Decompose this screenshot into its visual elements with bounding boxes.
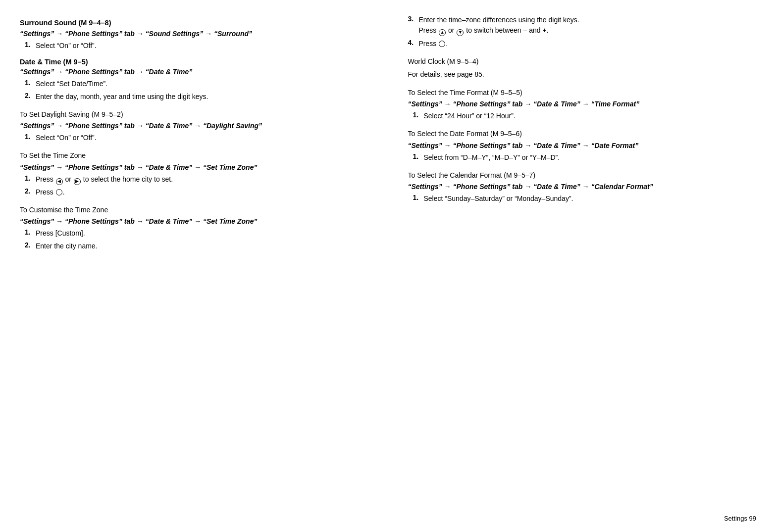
surround-step-1: 1. Select “On” or “Off”. [20, 41, 368, 51]
page-container: Surround Sound (M 9–4–8) “Settings” → “P… [20, 15, 756, 258]
calendar-format-section: To Select the Calendar Format (M 9–5–7) … [408, 170, 757, 204]
date-format-section: To Select the Date Format (M 9–5–6) “Set… [408, 128, 757, 162]
step-number: 1. [25, 228, 36, 239]
customise-time-zone-path: “Settings” → “Phone Settings” tab → “Dat… [20, 217, 368, 225]
date-time-section: Date & Time (M 9–5) “Settings” → “Phone … [20, 58, 368, 102]
customise-time-zone-section: To Customise the Time Zone “Settings” → … [20, 204, 368, 251]
time-format-intro: To Select the Time Format (M 9–5–5) [408, 87, 757, 98]
date-format-path: “Settings” → “Phone Settings” tab → “Dat… [408, 142, 757, 149]
step-text: Select “24 Hour” or “12 Hour”. [424, 111, 516, 121]
world-clock-section: World Clock (M 9–5–4) For details, see p… [408, 56, 757, 80]
step-number: 1. [25, 174, 36, 185]
step-text: Select “On” or “Off”. [36, 133, 97, 143]
right-step-3: 3. Enter the time–zone differences using… [408, 15, 757, 36]
step-text: Select “Sunday–Saturday” or “Monday–Sund… [424, 193, 573, 204]
nav-left-icon: ◀ [56, 178, 63, 185]
daylight-saving-path: “Settings” → “Phone Settings” tab → “Dat… [20, 122, 368, 130]
customise-step-2: 2. Enter the city name. [20, 241, 368, 251]
step-number: 1. [25, 41, 36, 51]
ok-icon [439, 41, 445, 47]
step-text: Press [Custom]. [36, 228, 85, 239]
step-text: Press ◀ or ▶ to select the home city to … [36, 174, 173, 185]
step-text: Enter the time–zone differences using th… [419, 15, 579, 36]
step-number: 1. [413, 111, 424, 121]
date-time-title: Date & Time (M 9–5) [20, 58, 368, 66]
time-format-section: To Select the Time Format (M 9–5–5) “Set… [408, 87, 757, 121]
time-format-step-1: 1. Select “24 Hour” or “12 Hour”. [408, 111, 757, 121]
step-number: 2. [25, 241, 36, 251]
step-text: Enter the day, month, year and time usin… [36, 92, 208, 102]
page-footer-text: Settings 99 [724, 515, 756, 522]
nav-right-icon: ▶ [74, 178, 81, 185]
calendar-format-path: “Settings” → “Phone Settings” tab → “Dat… [408, 183, 757, 191]
date-time-step-2: 2. Enter the day, month, year and time u… [20, 92, 368, 102]
step-number: 2. [25, 92, 36, 102]
surround-sound-path: “Settings” → “Phone Settings” tab → “Sou… [20, 30, 368, 38]
daylight-step-1: 1. Select “On” or “Off”. [20, 133, 368, 143]
set-time-zone-section: To Set the Time Zone “Settings” → “Phone… [20, 150, 368, 197]
step-text: Enter the city name. [36, 241, 98, 251]
page-footer: Settings 99 [724, 515, 756, 522]
set-time-zone-step-1: 1. Press ◀ or ▶ to select the home city … [20, 174, 368, 185]
daylight-saving-section: To Set Daylight Saving (M 9–5–2) “Settin… [20, 109, 368, 143]
step-text: Select “On” or “Off”. [36, 41, 97, 51]
date-time-path: “Settings” → “Phone Settings” tab → “Dat… [20, 68, 368, 76]
ok-icon [56, 189, 62, 195]
step-text: Press . [419, 39, 448, 49]
step-number: 1. [25, 79, 36, 89]
set-time-zone-intro: To Set the Time Zone [20, 150, 368, 161]
date-time-step-1: 1. Select “Set Date/Time”. [20, 79, 368, 89]
left-column: Surround Sound (M 9–4–8) “Settings” → “P… [20, 15, 378, 258]
step-number: 1. [413, 152, 424, 163]
date-format-intro: To Select the Date Format (M 9–5–6) [408, 128, 757, 139]
surround-sound-section: Surround Sound (M 9–4–8) “Settings” → “P… [20, 19, 368, 51]
calendar-format-step-1: 1. Select “Sunday–Saturday” or “Monday–S… [408, 193, 757, 204]
step-number: 1. [413, 193, 424, 204]
step-number: 1. [25, 133, 36, 143]
step-number: 2. [25, 187, 36, 197]
step-text: Select from “D–M–Y”, “M–D–Y” or “Y–M–D”. [424, 152, 560, 163]
customise-step-1: 1. Press [Custom]. [20, 228, 368, 239]
nav-down-icon: ▼ [457, 29, 464, 36]
date-format-step-1: 1. Select from “D–M–Y”, “M–D–Y” or “Y–M–… [408, 152, 757, 163]
right-column: 3. Enter the time–zone differences using… [398, 15, 757, 258]
nav-up-icon: ▲ [439, 29, 446, 36]
step-number: 3. [408, 15, 419, 36]
calendar-format-intro: To Select the Calendar Format (M 9–5–7) [408, 170, 757, 181]
step-text: Select “Set Date/Time”. [36, 79, 107, 89]
step-text: Press . [36, 187, 65, 197]
right-step-4: 4. Press . [408, 39, 757, 49]
time-format-path: “Settings” → “Phone Settings” tab → “Dat… [408, 100, 757, 108]
surround-sound-title: Surround Sound (M 9–4–8) [20, 19, 368, 27]
step-number: 4. [408, 39, 419, 49]
world-clock-intro: World Clock (M 9–5–4) [408, 56, 757, 67]
daylight-saving-intro: To Set Daylight Saving (M 9–5–2) [20, 109, 368, 120]
world-clock-detail: For details, see page 85. [408, 69, 757, 80]
customise-time-zone-intro: To Customise the Time Zone [20, 204, 368, 215]
set-time-zone-step-2: 2. Press . [20, 187, 368, 197]
set-time-zone-path: “Settings” → “Phone Settings” tab → “Dat… [20, 163, 368, 171]
